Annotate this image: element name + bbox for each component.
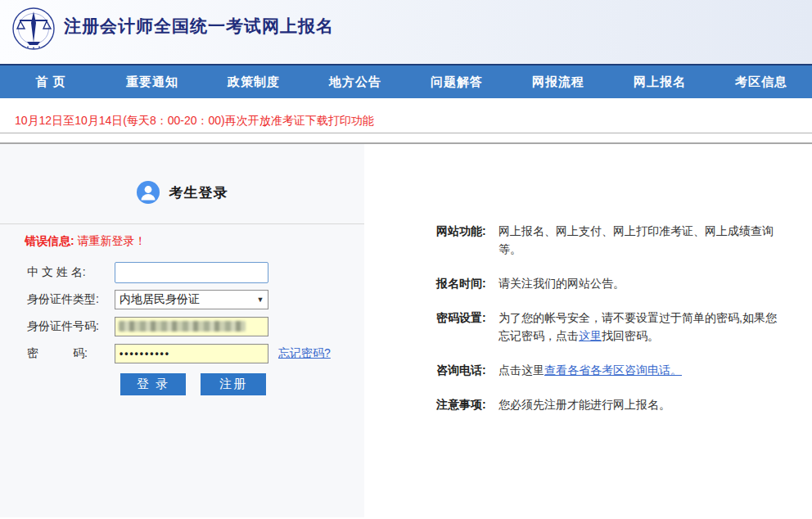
info-row-registration-time: 报名时间: 请关注我们的网站公告。 [436,274,787,292]
notice-bar: 10月12日至10月14日(每天8：00-20：00)再次开放准考证下载打印功能 [0,109,812,133]
name-label: 中 文 姓 名: [27,265,115,280]
login-title: 考生登录 [169,183,228,202]
info-text-segment: 找回密码。 [602,329,659,342]
page-title: 注册会计师全国统一考试网上报名 [64,15,334,38]
nav-item-faq[interactable]: 问题解答 [406,65,508,98]
notice-text: 10月12日至10月14日(每天8：00-20：00)再次开放准考证下载打印功能 [15,114,374,129]
info-text-segment: 您必须先注册才能进行网上报名。 [498,398,670,411]
id-type-select[interactable]: 内地居民身份证 ▼ [115,290,268,309]
info-text: 您必须先注册才能进行网上报名。 [498,395,670,413]
main-nav: 首 页 重要通知 政策制度 地方公告 问题解答 网报流程 网上报名 考区信息 [0,64,812,98]
nav-item-policies[interactable]: 政策制度 [203,65,304,98]
button-row: 登 录 注册 [0,373,364,395]
info-text-segment: 请关注我们的网站公告。 [498,277,625,290]
form-row-name: 中 文 姓 名: [0,259,364,286]
info-row-inquiry-phone: 咨询电话: 点击这里查看各省各考区咨询电话。 [436,361,787,379]
nav-item-registration-process[interactable]: 网报流程 [508,65,609,98]
nav-item-online-registration[interactable]: 网上报名 [609,65,710,98]
info-text: 为了您的帐号安全，请不要设置过于简单的密码,如果您忘记密码，点击这里找回密码。 [498,309,787,345]
info-text: 请关注我们的网站公告。 [498,274,625,292]
id-number-input[interactable] [115,317,268,336]
site-header: 注册会计师全国统一考试网上报名 [0,0,812,64]
password-input[interactable] [115,344,268,363]
divider [0,223,364,224]
info-label: 报名时间: [436,274,498,292]
info-row-site-functions: 网站功能: 网上报名、网上支付、网上打印准考证、网上成绩查询等。 [436,222,787,258]
spacer [0,133,812,142]
id-type-label: 身份证件类型: [27,292,115,307]
error-label: 错误信息: [25,234,74,247]
info-text-segment: 点击这里 [498,363,544,377]
login-form: 中 文 姓 名: 身份证件类型: 内地居民身份证 ▼ 身份证件号码: [0,259,364,395]
password-recovery-link[interactable]: 这里 [579,329,602,342]
exam-area-phone-link[interactable]: 查看各省各考区咨询电话。 [544,363,682,377]
main-content: 考生登录 错误信息: 请重新登录！ 中 文 姓 名: 身份证件类型: 内地居民身… [0,142,812,517]
info-row-password-setup: 密码设置: 为了您的帐号安全，请不要设置过于简单的密码,如果您忘记密码，点击这里… [436,309,787,345]
info-text: 点击这里查看各省各考区咨询电话。 [498,361,682,379]
form-row-id-type: 身份证件类型: 内地居民身份证 ▼ [0,286,364,313]
error-text: 请重新登录！ [74,234,147,247]
spacer [0,98,812,109]
info-label: 密码设置: [436,309,498,345]
nav-item-exam-area-info[interactable]: 考区信息 [710,65,812,98]
password-label: 密 码: [27,346,115,361]
form-row-id-number: 身份证件号码: [0,313,364,340]
id-type-selected-value: 内地居民身份证 [115,292,253,307]
info-text: 网上报名、网上支付、网上打印准考证、网上成绩查询等。 [498,222,787,258]
page: 注册会计师全国统一考试网上报名 首 页 重要通知 政策制度 地方公告 问题解答 … [0,0,812,519]
info-label: 网站功能: [436,222,498,258]
user-avatar-icon [137,181,160,204]
info-text-segment: 网上报名、网上支付、网上打印准考证、网上成绩查询等。 [498,224,774,255]
nav-item-home[interactable]: 首 页 [0,65,102,98]
info-row-important-notes: 注意事项: 您必须先注册才能进行网上报名。 [436,395,787,413]
error-message: 错误信息: 请重新登录！ [25,234,364,249]
info-label: 注意事项: [436,395,498,413]
id-number-redacted-value [119,321,246,332]
form-row-password: 密 码: 忘记密码? [0,340,364,367]
nav-item-important-notices[interactable]: 重要通知 [102,65,203,98]
id-number-label: 身份证件号码: [27,319,115,334]
login-header: 考生登录 [0,181,364,204]
register-button[interactable]: 注册 [201,373,266,395]
info-label: 咨询电话: [436,361,498,379]
forgot-password-link[interactable]: 忘记密码? [278,346,331,361]
chinese-name-input[interactable] [115,262,268,283]
chevron-down-icon: ▼ [253,296,268,304]
cpa-seal-logo-icon [11,7,56,52]
nav-item-local-announcements[interactable]: 地方公告 [304,65,406,98]
info-panel: 网站功能: 网上报名、网上支付、网上打印准考证、网上成绩查询等。 报名时间: 请… [364,144,812,517]
login-button[interactable]: 登 录 [120,373,186,395]
login-panel: 考生登录 错误信息: 请重新登录！ 中 文 姓 名: 身份证件类型: 内地居民身… [0,144,364,517]
